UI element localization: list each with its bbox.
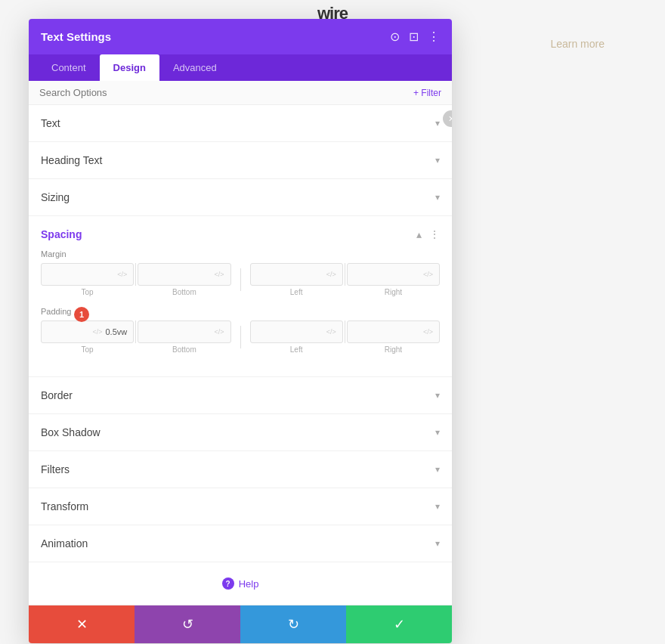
margin-bottom-group: </> Bottom [138, 263, 230, 296]
redo-button[interactable]: ↻ [240, 605, 346, 643]
margin-right-input[interactable]: </> [347, 263, 440, 286]
section-box-shadow-label: Box Shadow [41, 426, 101, 438]
padding-input-row: </> 0.5vw Top </> Bottom [41, 320, 440, 354]
padding-top-label: Top [82, 345, 94, 354]
code-icon-margin-left: </> [326, 271, 336, 278]
margin-top-input[interactable]: </> [41, 263, 134, 286]
divider-margin-lr [345, 263, 345, 286]
modal-title: Text Settings [41, 30, 111, 43]
margin-right-label: Right [385, 288, 402, 296]
section-border-label: Border [41, 389, 73, 401]
margin-input-row: </> Top </> Bottom [41, 263, 440, 296]
section-heading-label: Heading Text [41, 154, 102, 166]
tab-content[interactable]: Content [38, 54, 100, 81]
divider-margin-tb [135, 263, 136, 286]
padding-right-input[interactable]: </> [347, 320, 440, 343]
padding-left-pair: </> 0.5vw Top </> Bottom [41, 320, 231, 354]
padding-left-input[interactable]: </> [250, 320, 343, 343]
focus-icon[interactable]: ⊙ [390, 29, 400, 44]
header-icons: ⊙ ⊡ ⋮ [390, 29, 440, 44]
section-text[interactable]: Text ▾ [29, 105, 452, 142]
spacing-section: Spacing ▴ ⋮ Margin </> Top [29, 216, 452, 377]
section-transform[interactable]: Transform ▾ [29, 488, 452, 525]
section-heading-text[interactable]: Heading Text ▾ [29, 142, 452, 179]
modal-footer: ✕ ↺ ↻ ✓ [29, 605, 452, 643]
section-text-label: Text [41, 117, 60, 129]
modal-header: Text Settings ⊙ ⊡ ⋮ [29, 19, 452, 54]
save-button[interactable]: ✓ [346, 605, 452, 643]
code-icon-margin-right: </> [423, 271, 433, 278]
spacing-title: Spacing [41, 228, 82, 240]
margin-right-pair: </> Left </> Right [250, 263, 441, 296]
code-icon-pad-left: </> [326, 328, 336, 336]
code-icon-pad-bottom: </> [214, 328, 224, 336]
margin-left-pair: </> Top </> Bottom [41, 263, 231, 296]
margin-top-group: </> Top [41, 263, 134, 296]
divider-pad-mid [240, 326, 241, 348]
spacing-more-icon[interactable]: ⋮ [429, 228, 440, 240]
padding-bottom-group: </> Bottom [138, 320, 230, 354]
undo-button[interactable]: ↺ [135, 605, 240, 643]
section-filters[interactable]: Filters ▾ [29, 451, 452, 488]
tab-advanced[interactable]: Advanced [159, 54, 230, 81]
text-settings-modal: Text Settings ⊙ ⊡ ⋮ Content Design Advan… [29, 19, 452, 643]
padding-left-label: Left [290, 345, 303, 354]
divider-pad-tb [135, 320, 136, 343]
padding-top-group: </> 0.5vw Top [41, 320, 134, 354]
chevron-heading-icon: ▾ [435, 155, 440, 166]
help-section[interactable]: ? Help [29, 562, 452, 605]
code-icon-pad-right: </> [423, 328, 433, 336]
section-border[interactable]: Border ▾ [29, 377, 452, 414]
help-label: Help [239, 578, 259, 590]
code-icon-pad-top: </> [92, 328, 102, 336]
padding-top-input[interactable]: </> 0.5vw [41, 320, 134, 343]
collapse-icon[interactable]: ▴ [416, 228, 422, 240]
padding-bottom-input[interactable]: </> [138, 320, 230, 343]
columns-icon[interactable]: ⊡ [409, 29, 419, 44]
margin-label: Margin [41, 249, 440, 259]
margin-bottom-input[interactable]: </> [138, 263, 230, 286]
padding-right-pair: </> Left </> Right [250, 320, 441, 354]
padding-top-value: 0.5vw [106, 327, 128, 336]
search-bar: + Filter [29, 81, 452, 105]
divider-pad-lr [345, 320, 345, 343]
padding-right-group: </> Right [347, 320, 440, 354]
help-icon: ? [222, 577, 234, 590]
section-transform-label: Transform [41, 500, 88, 512]
learn-more-link[interactable]: Learn more [550, 38, 605, 50]
margin-group: Margin </> Top </> Bottom [41, 249, 440, 296]
chevron-filters-icon: ▾ [435, 464, 440, 475]
spacing-header: Spacing ▴ ⋮ [41, 216, 440, 249]
section-filters-label: Filters [41, 463, 70, 475]
padding-label: Padding [41, 307, 440, 316]
chevron-sizing-icon: ▾ [435, 192, 440, 203]
margin-left-input[interactable]: </> [250, 263, 343, 286]
padding-left-group: </> Left [250, 320, 343, 354]
divider-margin-mid [240, 268, 241, 291]
section-sizing-label: Sizing [41, 191, 70, 203]
padding-badge: 1 [74, 307, 89, 322]
code-icon-margin-top: </> [117, 271, 127, 278]
section-animation[interactable]: Animation ▾ [29, 525, 452, 562]
code-icon-margin-bottom: </> [214, 271, 224, 278]
section-animation-label: Animation [41, 537, 88, 550]
margin-left-group: </> Left [250, 263, 343, 296]
more-icon[interactable]: ⋮ [428, 29, 440, 44]
margin-top-label: Top [82, 288, 94, 296]
section-sizing[interactable]: Sizing ▾ [29, 179, 452, 216]
section-box-shadow[interactable]: Box Shadow ▾ [29, 414, 452, 451]
chevron-transform-icon: ▾ [435, 501, 440, 512]
filter-button[interactable]: + Filter [413, 88, 441, 98]
margin-left-label: Left [290, 288, 303, 296]
chevron-animation-icon: ▾ [435, 538, 440, 549]
padding-bottom-label: Bottom [172, 345, 196, 354]
chevron-border-icon: ▾ [435, 390, 440, 401]
cancel-button[interactable]: ✕ [29, 605, 135, 643]
search-input[interactable] [39, 87, 190, 98]
margin-right-group: </> Right [347, 263, 440, 296]
modal-tabs: Content Design Advanced ✕ [29, 54, 452, 81]
chevron-text-icon: ▾ [435, 118, 440, 128]
tab-design[interactable]: Design [100, 54, 159, 81]
padding-right-label: Right [385, 345, 402, 354]
padding-group: Padding 1 </> 0.5vw Top </> [41, 307, 440, 354]
